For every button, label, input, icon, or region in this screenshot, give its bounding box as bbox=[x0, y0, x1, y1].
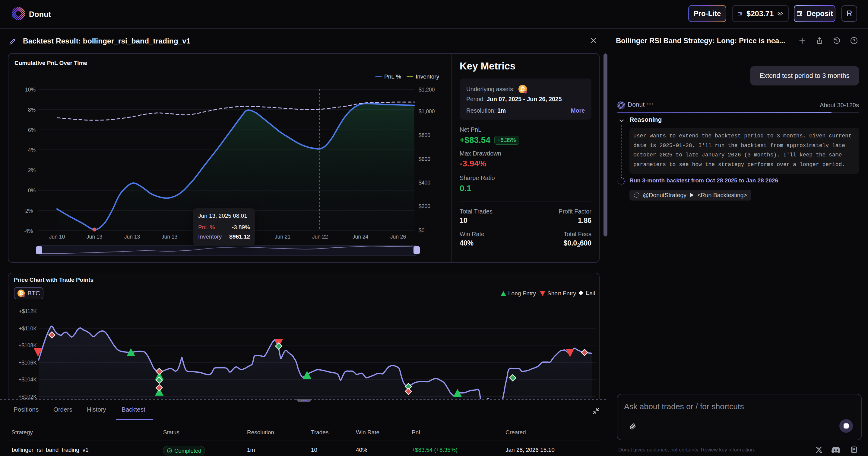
svg-text:$800: $800 bbox=[418, 132, 430, 138]
svg-text:+$102K: +$102K bbox=[19, 394, 37, 399]
svg-text:0%: 0% bbox=[28, 188, 36, 194]
svg-text:$400: $400 bbox=[418, 180, 430, 186]
svg-text:$200: $200 bbox=[418, 203, 430, 209]
svg-text:$600: $600 bbox=[418, 156, 430, 162]
svg-text:Jun 22: Jun 22 bbox=[312, 234, 328, 240]
svg-text:Jun 21: Jun 21 bbox=[275, 234, 291, 240]
svg-text:+$112K: +$112K bbox=[19, 308, 37, 314]
svg-text:2%: 2% bbox=[28, 167, 36, 173]
svg-text:+$108K: +$108K bbox=[19, 342, 37, 348]
svg-text:$1,000: $1,000 bbox=[418, 108, 435, 114]
svg-text:Jun 13: Jun 13 bbox=[124, 234, 140, 240]
svg-text:Jun 13: Jun 13 bbox=[87, 234, 102, 240]
svg-text:-4%: -4% bbox=[24, 228, 33, 234]
svg-text:$1,200: $1,200 bbox=[418, 87, 435, 93]
svg-text:+$106K: +$106K bbox=[19, 360, 37, 366]
svg-text:6%: 6% bbox=[28, 127, 36, 133]
svg-text:Jun 10: Jun 10 bbox=[49, 234, 65, 240]
svg-text:Jun 13: Jun 13 bbox=[162, 234, 178, 240]
svg-text:4%: 4% bbox=[28, 147, 36, 153]
svg-text:Jun 24: Jun 24 bbox=[352, 234, 369, 240]
svg-text:+$110K: +$110K bbox=[19, 325, 37, 332]
svg-text:-2%: -2% bbox=[24, 208, 33, 214]
svg-text:Jun 26: Jun 26 bbox=[390, 234, 406, 240]
svg-text:+$104K: +$104K bbox=[19, 377, 37, 382]
svg-text:8%: 8% bbox=[28, 107, 36, 113]
svg-text:$0: $0 bbox=[418, 227, 425, 233]
svg-text:10%: 10% bbox=[25, 87, 36, 93]
